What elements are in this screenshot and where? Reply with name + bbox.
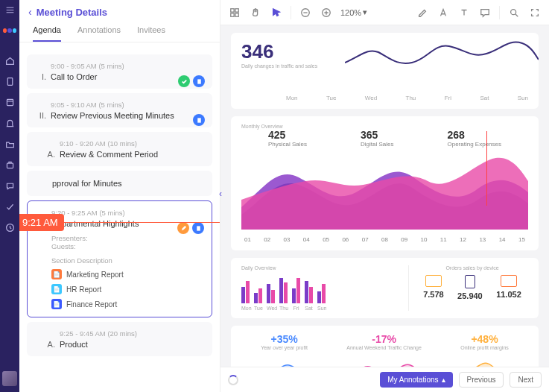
search-icon[interactable] — [507, 6, 521, 19]
zoom-level[interactable]: 120% ▾ — [340, 7, 367, 17]
bar-chart — [241, 274, 398, 303]
agenda-item[interactable]: 9:25 - 9:45 AM (20 mins) A. Product — [27, 322, 212, 356]
section-description-label: Section Description — [51, 256, 203, 265]
x-axis: MonTueWedThuFriSatSun — [241, 306, 398, 311]
tab-bar: Agenda Annotations Invitees — [19, 18, 220, 42]
divider — [499, 6, 500, 19]
current-time-marker: 9:21 AM — [19, 214, 220, 231]
tab-annotations[interactable]: Annotations — [77, 25, 121, 42]
desktop-icon — [425, 275, 442, 287]
viewer-footer: My Annotations▴ Previous Next — [220, 367, 549, 392]
agenda-title: Product — [60, 340, 203, 349]
agenda-list: 9:00 - 9:05 AM (5 mins) I. Call to Order… — [19, 42, 220, 392]
doc-icon: 📄 — [51, 284, 62, 294]
tab-agenda[interactable]: Agenda — [33, 25, 61, 42]
font-icon[interactable] — [437, 6, 450, 19]
pct-value: -17% — [346, 333, 422, 345]
sparklines — [241, 356, 528, 367]
comment-icon[interactable] — [478, 6, 492, 19]
agenda-ordinal: I. — [36, 72, 46, 81]
agenda-time: 9:05 - 9:10 AM (5 mins) — [36, 101, 203, 109]
widget-monthly: Monthly Overview 425Physical Sales 365Di… — [231, 116, 539, 250]
doc-icon: 📄 — [51, 299, 62, 309]
back-icon[interactable]: ‹ — [28, 6, 32, 18]
clock-icon[interactable] — [4, 222, 15, 233]
stacked-area-chart — [241, 148, 528, 230]
svg-rect-2 — [7, 163, 13, 168]
devices-title: Orders sales by device — [416, 265, 528, 271]
agenda-time: 9:00 - 9:05 AM (5 mins) — [36, 62, 203, 70]
folder-icon[interactable] — [4, 139, 15, 149]
zoom-in-icon[interactable] — [320, 6, 333, 19]
agenda-ordinal: A. — [45, 340, 55, 349]
doc-badge-icon[interactable] — [193, 75, 205, 87]
zoom-out-icon[interactable] — [299, 6, 312, 19]
document-canvas[interactable]: 346 Daily changes in traffic and sales M… — [220, 25, 549, 367]
menu-icon[interactable] — [4, 4, 15, 15]
agenda-item[interactable]: 9:10 - 9:20 AM (10 mins) A. Review & Com… — [27, 132, 212, 166]
previous-button[interactable]: Previous — [459, 372, 504, 388]
clipboard-icon[interactable] — [4, 76, 15, 86]
pct-label: Annual Weekend Traffic Change — [346, 345, 422, 350]
agenda-item[interactable]: 9:00 - 9:05 AM (5 mins) I. Call to Order — [27, 54, 212, 89]
right-panel: 120% ▾ 346 Daily changes in traffic and … — [220, 0, 549, 392]
widget-title: Monthly Overview — [241, 124, 528, 129]
svg-point-13 — [511, 9, 516, 14]
tab-invitees[interactable]: Invitees — [137, 25, 165, 42]
agenda-time: 9:25 - 9:45 AM (20 mins) — [45, 329, 203, 338]
svg-rect-9 — [231, 13, 234, 16]
briefcase-icon[interactable] — [4, 159, 15, 170]
pct-value: +48% — [460, 333, 509, 345]
pct-label: Online profit margins — [460, 345, 509, 350]
doc-badge-icon[interactable] — [193, 114, 205, 126]
doc-name: Finance Report — [66, 300, 117, 309]
panel-header: ‹ Meeting Details — [19, 0, 220, 18]
widget-title: Daily Overview — [241, 265, 398, 271]
grid-icon[interactable] — [228, 6, 241, 19]
agenda-ordinal: II. — [36, 111, 46, 120]
attached-doc[interactable]: 📄HR Report — [51, 284, 203, 294]
home-icon[interactable] — [4, 55, 15, 66]
fullscreen-icon[interactable] — [528, 6, 542, 19]
time-line — [64, 222, 220, 223]
collapse-panel-icon[interactable]: ‹ — [215, 186, 226, 201]
chat-icon[interactable] — [4, 180, 15, 191]
left-panel: ‹ Meeting Details Agenda Annotations Inv… — [19, 0, 220, 392]
laptop-icon — [501, 275, 517, 287]
attached-doc[interactable]: 📄Finance Report — [51, 299, 203, 309]
sparkline-chart — [345, 33, 539, 75]
highlight-icon[interactable] — [416, 6, 429, 19]
chevron-down-icon: ▾ — [363, 7, 367, 17]
device-stats: 7.578 25.940 11.052 — [416, 275, 528, 300]
doc-name: Marketing Report — [66, 271, 124, 279]
tablet-icon — [465, 275, 475, 288]
panel-title: Meeting Details — [37, 7, 107, 18]
svg-rect-0 — [7, 78, 13, 85]
agenda-item[interactable]: pproval for Minutes — [27, 171, 212, 196]
next-button[interactable]: Next — [510, 372, 542, 388]
marker-line — [486, 131, 487, 206]
agenda-title: Review & Comment Period — [60, 150, 203, 159]
doc-name: HR Report — [66, 285, 101, 294]
check-icon[interactable] — [4, 201, 15, 212]
pointer-icon[interactable] — [270, 6, 283, 19]
widget-percentages: +35%Year over year profit -17%Annual Wee… — [231, 326, 539, 367]
bell-icon[interactable] — [4, 118, 15, 128]
check-badge-icon[interactable] — [178, 75, 190, 87]
my-annotations-button[interactable]: My Annotations▴ — [380, 372, 452, 388]
text-icon[interactable] — [457, 6, 471, 19]
guests-label: Guests: — [51, 242, 203, 250]
hand-icon[interactable] — [249, 6, 262, 19]
pct-label: Year over year profit — [261, 345, 308, 350]
presenters-label: Presenters: — [51, 234, 203, 242]
svg-rect-7 — [231, 8, 234, 11]
svg-rect-5 — [197, 118, 201, 122]
x-axis: MonTueWedThuFriSatSun — [241, 95, 528, 101]
svg-rect-1 — [7, 99, 13, 105]
attached-doc[interactable]: 📄Marketing Report — [51, 269, 203, 279]
chevron-up-icon: ▴ — [442, 376, 445, 384]
agenda-item[interactable]: 9:05 - 9:10 AM (5 mins) II. Review Previ… — [27, 93, 212, 127]
agenda-time: 9:10 - 9:20 AM (10 mins) — [45, 139, 203, 148]
calendar-icon[interactable] — [4, 97, 15, 107]
user-avatar[interactable] — [2, 371, 17, 386]
